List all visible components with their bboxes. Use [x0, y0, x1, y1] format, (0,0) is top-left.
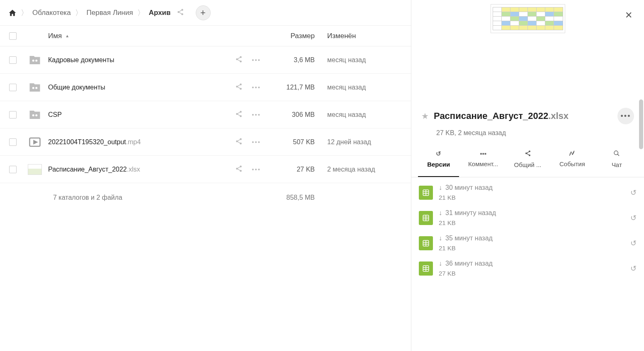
version-row[interactable]: ↓31 минуту назад21 KB↺: [416, 205, 640, 230]
svg-point-20: [236, 140, 238, 143]
svg-point-10: [240, 84, 242, 86]
select-all-checkbox[interactable]: [9, 32, 17, 40]
restore-icon[interactable]: ↺: [630, 264, 637, 273]
svg-point-22: [240, 166, 242, 168]
summary-size: 858,5 MB: [261, 194, 327, 201]
svg-point-0: [181, 9, 183, 11]
version-time: ↓35 минут назад: [439, 235, 625, 242]
more-icon[interactable]: •••: [252, 84, 261, 91]
breadcrumb-item-2[interactable]: Архив: [149, 9, 171, 17]
tab-sharing[interactable]: Общий ...: [505, 146, 550, 177]
table-row[interactable]: Кадровые документы•••3,6 MBмесяц назад: [0, 46, 411, 74]
tab-comments[interactable]: ▪▪▪ Коммент...: [461, 146, 505, 177]
tab-chat[interactable]: Чат: [595, 146, 639, 177]
table-row[interactable]: 20221004T195320_output.mp4•••507 KB12 дн…: [0, 128, 411, 156]
svg-point-15: [240, 111, 242, 113]
spreadsheet-icon: [419, 261, 433, 276]
home-icon[interactable]: [8, 9, 17, 17]
file-modified: месяц назад: [327, 84, 402, 91]
file-modified: 12 дней назад: [327, 138, 402, 146]
svg-point-27: [529, 155, 530, 156]
row-checkbox[interactable]: [9, 56, 17, 64]
star-icon[interactable]: ★: [421, 111, 429, 121]
svg-point-12: [240, 88, 242, 90]
version-row[interactable]: ↓36 минут назад27 KB↺: [416, 256, 640, 281]
detail-tabs: ↺ Версии ▪▪▪ Коммент... Общий ... 🗲 Собы…: [411, 146, 644, 177]
svg-point-19: [240, 138, 242, 140]
file-size: 3,6 MB: [261, 56, 327, 64]
scrollbar[interactable]: [639, 99, 643, 149]
summary-text: 7 каталогов и 2 файла: [53, 194, 122, 201]
svg-point-16: [236, 113, 238, 115]
version-time: ↓30 минут назад: [439, 184, 625, 191]
svg-point-8: [32, 87, 34, 89]
svg-point-6: [236, 58, 238, 61]
file-name: 20221004T195320_output.mp4: [48, 138, 235, 146]
more-actions-button[interactable]: •••: [617, 108, 634, 124]
row-checkbox[interactable]: [9, 166, 17, 173]
svg-point-2: [181, 13, 183, 15]
file-size: 507 KB: [261, 138, 327, 146]
table-row[interactable]: Общие документы•••121,7 MBмесяц назад: [0, 74, 411, 101]
file-name: CSP: [48, 111, 235, 119]
close-icon[interactable]: ✕: [625, 10, 632, 21]
row-checkbox[interactable]: [9, 84, 17, 91]
comment-icon: ▪▪▪: [480, 150, 486, 157]
spreadsheet-icon: [419, 186, 433, 200]
chevron-right-icon: 〉: [137, 8, 145, 18]
share-icon[interactable]: [235, 165, 243, 174]
download-arrow-icon: ↓: [439, 260, 442, 267]
svg-point-26: [525, 153, 527, 154]
detail-pane: ✕ ★ Расписание_Август_2022.xlsx ••• 27 K…: [411, 0, 644, 351]
version-list: ↓30 минут назад21 KB↺↓31 минуту назад21 …: [411, 177, 644, 283]
preview-area: ✕: [411, 0, 644, 108]
version-row[interactable]: ↓30 минут назад21 KB↺: [416, 180, 640, 205]
file-type-icon: [27, 53, 42, 68]
share-breadcrumb-icon[interactable]: [177, 8, 184, 17]
svg-point-7: [240, 61, 242, 63]
column-header-size[interactable]: Размер: [261, 32, 327, 40]
column-headers: Имя▲ Размер Изменён: [0, 26, 411, 46]
file-modified: месяц назад: [327, 111, 402, 119]
breadcrumb-item-1[interactable]: Первая Линия: [87, 9, 133, 17]
sort-asc-icon: ▲: [65, 34, 69, 38]
file-browser-pane: Дежурная смена 69,8 MB 10 дней назад Дру…: [0, 0, 411, 351]
column-header-name[interactable]: Имя▲: [48, 32, 228, 40]
file-size: 306 MB: [261, 111, 327, 119]
tab-events[interactable]: 🗲 События: [550, 146, 594, 177]
version-row[interactable]: ↓35 минут назад21 KB↺: [416, 230, 640, 256]
svg-point-17: [240, 115, 242, 117]
tab-versions[interactable]: ↺ Версии: [416, 146, 461, 177]
file-name: Кадровые документы: [48, 56, 235, 64]
more-icon[interactable]: •••: [252, 56, 261, 63]
breadcrumb-item-0[interactable]: Облакотека: [32, 9, 71, 17]
restore-icon[interactable]: ↺: [630, 239, 637, 248]
restore-icon[interactable]: ↺: [630, 188, 637, 197]
restore-icon[interactable]: ↺: [630, 213, 637, 223]
search-icon: [613, 150, 620, 158]
svg-point-13: [32, 114, 34, 116]
share-icon[interactable]: [235, 56, 243, 64]
file-subtitle: 27 KB, 2 месяца назад: [411, 124, 644, 146]
share-icon[interactable]: [235, 138, 243, 146]
more-icon[interactable]: •••: [252, 166, 261, 173]
file-type-icon: [27, 107, 42, 122]
svg-point-1: [177, 11, 180, 13]
history-icon: ↺: [436, 150, 441, 157]
column-header-modified[interactable]: Изменён: [327, 32, 402, 40]
share-icon[interactable]: [235, 83, 243, 92]
row-checkbox[interactable]: [9, 138, 17, 146]
share-icon[interactable]: [235, 110, 243, 119]
more-icon[interactable]: •••: [252, 138, 261, 145]
table-row[interactable]: CSP•••306 MBмесяц назад: [0, 101, 411, 128]
version-size: 21 KB: [439, 244, 625, 252]
bolt-icon: 🗲: [569, 150, 575, 157]
more-icon[interactable]: •••: [252, 111, 261, 118]
preview-thumbnail[interactable]: [491, 4, 565, 33]
add-button[interactable]: +: [196, 5, 211, 20]
chevron-right-icon: 〉: [75, 8, 83, 18]
file-list: Кадровые документы•••3,6 MBмесяц назадОб…: [0, 46, 411, 183]
download-arrow-icon: ↓: [439, 209, 442, 217]
row-checkbox[interactable]: [9, 111, 17, 119]
table-row[interactable]: Расписание_Август_2022.xlsx•••27 KB2 мес…: [0, 156, 411, 183]
